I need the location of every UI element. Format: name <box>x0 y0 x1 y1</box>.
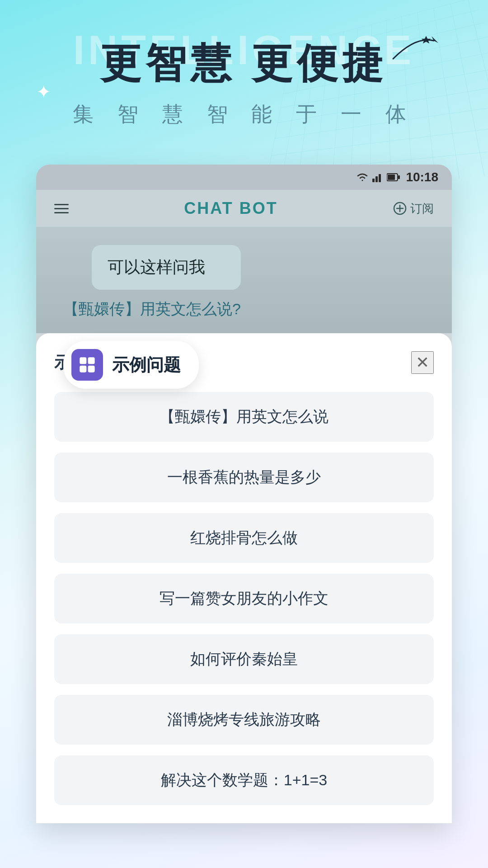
question-item[interactable]: 写一篇赞女朋友的小作文 <box>54 574 434 623</box>
close-button[interactable]: ✕ <box>411 351 434 374</box>
example-modal: 示例问题 ✕ 【甄嬛传】用英文怎么说一根香蕉的热量是多少红烧排骨怎么做写一篇赞女… <box>36 333 452 823</box>
svg-rect-5 <box>88 366 95 373</box>
main-title: 更智慧 更便捷 <box>27 36 461 91</box>
app-header: CHAT BOT 订阅 <box>36 190 452 227</box>
app-title: CHAT BOT <box>184 199 277 218</box>
question-item[interactable]: 红烧排骨怎么做 <box>54 513 434 563</box>
svg-rect-7 <box>375 176 378 182</box>
badge-icon <box>71 349 103 381</box>
chat-preview: 可以这样问我 【甄嬛传】用英文怎么说? <box>36 227 452 333</box>
hero-section: INTELLIGENCE ✦ 更智慧 更便捷 集 智 慧 智 能 于 一 体 <box>0 0 488 146</box>
question-text: 【甄嬛传】用英文怎么说 <box>160 408 328 425</box>
grid-icon <box>78 356 96 374</box>
svg-rect-8 <box>379 174 381 182</box>
phone-mockup: 示例问题 <box>36 165 452 823</box>
wifi-icon <box>356 172 369 182</box>
plus-circle-icon <box>393 202 407 215</box>
question-text: 写一篇赞女朋友的小作文 <box>160 590 328 607</box>
question-text: 一根香蕉的热量是多少 <box>167 468 321 486</box>
status-icons <box>356 172 400 182</box>
svg-rect-2 <box>80 357 86 364</box>
signal-icon <box>372 172 383 182</box>
question-item[interactable]: 【甄嬛传】用英文怎么说 <box>54 392 434 442</box>
chat-sub-text: 【甄嬛传】用英文怎么说? <box>63 300 241 317</box>
star-decoration: ✦ <box>36 81 52 102</box>
svg-rect-10 <box>388 175 395 180</box>
question-item[interactable]: 一根香蕉的热量是多少 <box>54 453 434 502</box>
chat-bubble-text: 可以这样问我 <box>108 258 205 276</box>
example-badge[interactable]: 示例问题 <box>63 341 199 389</box>
subscribe-button[interactable]: 订阅 <box>393 201 434 217</box>
svg-rect-3 <box>88 357 95 364</box>
question-item[interactable]: 解决这个数学题：1+1=3 <box>54 755 434 805</box>
svg-rect-4 <box>80 366 86 373</box>
question-text: 解决这个数学题：1+1=3 <box>161 771 327 788</box>
badge-label: 示例问题 <box>112 354 181 377</box>
subtitle: 集 智 慧 智 能 于 一 体 <box>27 100 461 128</box>
question-text: 淄博烧烤专线旅游攻略 <box>167 711 321 728</box>
app-screen: 10:18 CHAT BOT 订阅 可以这样问我 <box>36 165 452 823</box>
svg-rect-11 <box>398 175 400 179</box>
subscribe-label: 订阅 <box>410 201 434 217</box>
question-list: 【甄嬛传】用英文怎么说一根香蕉的热量是多少红烧排骨怎么做写一篇赞女朋友的小作文如… <box>54 392 434 823</box>
svg-rect-6 <box>372 179 375 182</box>
chat-bubble: 可以这样问我 <box>92 245 241 290</box>
close-icon: ✕ <box>416 353 429 372</box>
question-item[interactable]: 如何评价秦始皇 <box>54 634 434 684</box>
question-text: 如何评价秦始皇 <box>190 650 298 667</box>
battery-icon <box>387 173 400 182</box>
status-time: 10:18 <box>406 170 438 184</box>
menu-button[interactable] <box>54 204 69 213</box>
question-item[interactable]: 淄博烧烤专线旅游攻略 <box>54 695 434 745</box>
question-text: 红烧排骨怎么做 <box>190 529 298 546</box>
status-bar: 10:18 <box>36 165 452 190</box>
